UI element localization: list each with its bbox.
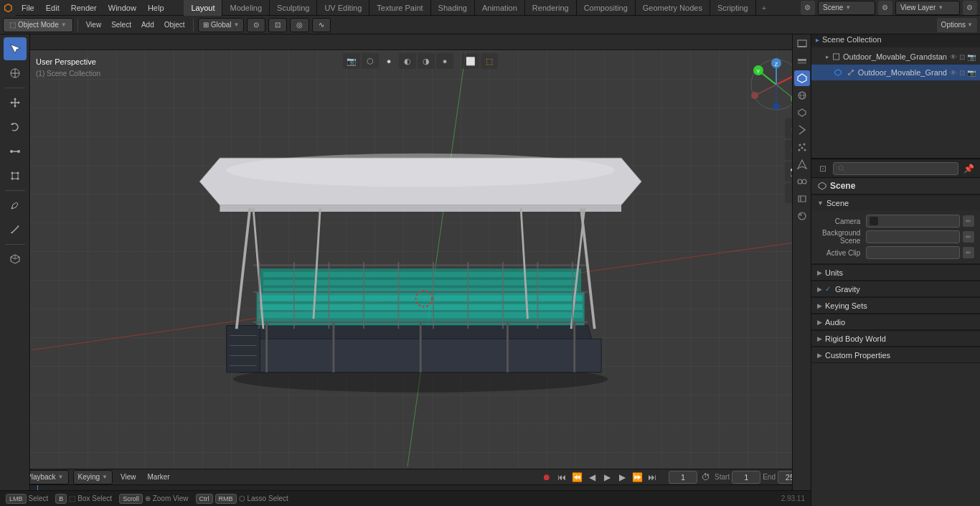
next-keyframe-btn[interactable]: ⏩: [631, 471, 644, 484]
menu-help[interactable]: Help: [142, 0, 170, 16]
background-scene-value[interactable]: [866, 230, 960, 243]
bg-scene-edit-btn[interactable]: ✏: [963, 231, 974, 243]
vp-gizmo-btn[interactable]: ⬚: [481, 53, 498, 69]
prop-pin-icon[interactable]: 📌: [960, 161, 977, 177]
prop-filter-icon[interactable]: ⊡: [814, 161, 831, 177]
tab-scripting[interactable]: Scripting: [710, 0, 756, 16]
visibility-icon-1[interactable]: 👁: [950, 69, 957, 77]
scene-dropdown[interactable]: Scene ▼: [818, 1, 875, 15]
tool-transform[interactable]: [4, 164, 27, 187]
camera-edit-btn[interactable]: ✏: [963, 215, 974, 227]
tool-cursor[interactable]: [4, 62, 27, 85]
gravity-section-header[interactable]: ▶ ✓ Gravity: [811, 281, 980, 296]
play-btn[interactable]: ▶: [600, 471, 613, 484]
vp-xray-btn[interactable]: ⬜: [462, 53, 479, 69]
prop-icon-object[interactable]: [794, 105, 810, 121]
tab-shading[interactable]: Shading: [431, 0, 475, 16]
menu-window[interactable]: Window: [103, 0, 142, 16]
tab-geometry-nodes[interactable]: Geometry Nodes: [636, 0, 710, 16]
timeline-marker-menu[interactable]: Marker: [144, 470, 174, 484]
3d-viewport[interactable]: User Perspective (1) Scene Collection 📷 …: [30, 50, 811, 469]
tool-measure[interactable]: [4, 218, 27, 241]
rigid-body-header[interactable]: ▶ Rigid Body World: [811, 330, 980, 346]
prop-search[interactable]: [833, 162, 958, 175]
jump-start-btn[interactable]: ⏮: [555, 471, 568, 484]
prop-icon-physics[interactable]: [794, 156, 810, 172]
menu-render[interactable]: Render: [65, 0, 103, 16]
render-icon-0[interactable]: 📷: [967, 53, 976, 61]
jump-end-btn[interactable]: ⏭: [646, 471, 659, 484]
next-frame-btn[interactable]: ▶: [616, 471, 628, 484]
vp-material-btn[interactable]: ◑: [418, 53, 435, 69]
vp-shading-btn[interactable]: ●: [380, 53, 397, 69]
scene-section-header[interactable]: ▼ Scene: [811, 195, 980, 210]
prev-frame-btn[interactable]: ◀: [585, 471, 598, 484]
camera-value[interactable]: [866, 215, 960, 228]
outliner-item-grandstand[interactable]: ▸ Outdoor_Movable_Grandstan 👁 ⊡ 📷: [811, 49, 980, 65]
active-clip-edit-btn[interactable]: ✏: [963, 247, 974, 258]
prop-icon-output[interactable]: [794, 36, 810, 52]
active-workspace-icon[interactable]: ⚙: [801, 1, 815, 15]
custom-props-header[interactable]: ▶ Custom Properties: [811, 347, 980, 362]
keying-dropdown[interactable]: Keying ▼: [73, 470, 113, 484]
vp-overlay-btn[interactable]: ⬡: [362, 53, 379, 69]
prev-keyframe-btn[interactable]: ⏪: [570, 471, 583, 484]
tab-rendering[interactable]: Rendering: [525, 0, 577, 16]
menu-add[interactable]: Add: [138, 18, 158, 32]
select-icon-1[interactable]: ⊡: [959, 69, 965, 77]
add-workspace-tab[interactable]: +: [756, 0, 772, 16]
tab-compositing[interactable]: Compositing: [577, 0, 636, 16]
tab-texture-paint[interactable]: Texture Paint: [369, 0, 430, 16]
blender-logo[interactable]: ⬡: [0, 0, 16, 16]
tool-select[interactable]: [4, 37, 27, 60]
start-frame-input[interactable]: [732, 471, 760, 484]
view-layer-settings-icon[interactable]: ⚙: [963, 1, 977, 15]
options-btn[interactable]: Options ▼: [937, 18, 977, 32]
tab-sculpting[interactable]: Sculpting: [270, 0, 317, 16]
active-clip-value[interactable]: [866, 246, 960, 259]
prop-icon-modifier[interactable]: [794, 122, 810, 138]
scene-settings-icon[interactable]: ⚙: [878, 1, 892, 15]
record-btn[interactable]: ⏺: [540, 471, 553, 484]
gravity-check[interactable]: ✓: [825, 285, 831, 293]
keying-sets-header[interactable]: ▶ Keying Sets: [811, 297, 980, 313]
tab-uv-editing[interactable]: UV Editing: [317, 0, 369, 16]
menu-edit[interactable]: Edit: [40, 0, 65, 16]
prop-icon-world[interactable]: [794, 88, 810, 103]
menu-file[interactable]: File: [16, 0, 40, 16]
audio-section-header[interactable]: ▶ Audio: [811, 314, 980, 329]
mode-dropdown[interactable]: ⬚ Object Mode ▼: [3, 18, 73, 32]
fps-btn[interactable]: ⏱: [699, 471, 712, 484]
prop-icon-constraints[interactable]: [794, 174, 810, 189]
prop-icon-material[interactable]: [794, 208, 810, 224]
menu-view[interactable]: View: [83, 18, 105, 32]
vp-rendered-btn[interactable]: ●: [436, 53, 453, 69]
vp-view-type-btn[interactable]: 📷: [343, 53, 360, 69]
menu-object[interactable]: Object: [161, 18, 189, 32]
menu-select[interactable]: Select: [108, 18, 135, 32]
prop-icon-scene[interactable]: [794, 70, 810, 86]
outliner-item-grandstand-mesh[interactable]: Outdoor_Movable_Grand 👁 ⊡ 📷: [811, 65, 980, 80]
view-layer-dropdown[interactable]: View Layer ▼: [895, 1, 960, 15]
pivot-btn[interactable]: ⊙: [247, 18, 265, 32]
visibility-icon-0[interactable]: 👁: [950, 53, 957, 61]
transform-dropdown[interactable]: ⊞ Global ▼: [198, 18, 245, 32]
snap-btn[interactable]: ⊡: [268, 18, 287, 32]
tool-scale[interactable]: [4, 140, 27, 163]
tool-add-cube[interactable]: [4, 248, 27, 271]
prop-icon-data[interactable]: [794, 191, 810, 207]
tab-layout[interactable]: Layout: [184, 0, 222, 16]
proportional-btn[interactable]: ◎: [290, 18, 309, 32]
tool-move[interactable]: [4, 91, 27, 114]
prop-icon-particles[interactable]: [794, 139, 810, 155]
wave-btn[interactable]: ∿: [312, 18, 331, 32]
tab-modeling[interactable]: Modeling: [222, 0, 270, 16]
vp-shading2-btn[interactable]: ◐: [399, 53, 416, 69]
tool-annotate[interactable]: [4, 194, 27, 217]
units-section-header[interactable]: ▶ Units: [811, 264, 980, 280]
tool-rotate[interactable]: [4, 116, 27, 139]
current-frame-input[interactable]: [669, 471, 697, 484]
select-icon-0[interactable]: ⊡: [959, 53, 965, 61]
render-icon-1[interactable]: 📷: [967, 69, 976, 77]
timeline-view-menu[interactable]: View: [117, 470, 140, 484]
